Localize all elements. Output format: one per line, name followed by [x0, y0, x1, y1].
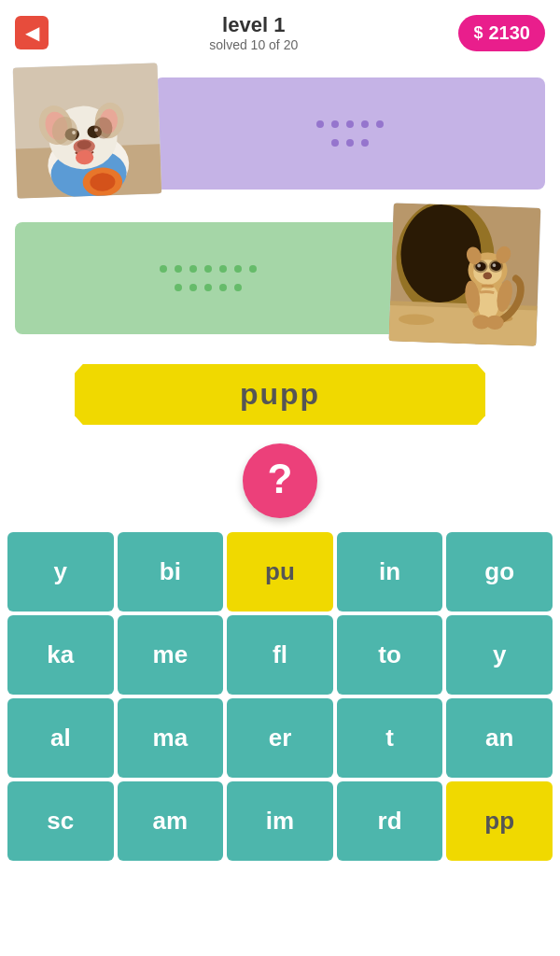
dots-row-1	[316, 120, 384, 128]
dot	[316, 120, 324, 128]
dot	[189, 265, 197, 273]
letter-cell[interactable]: rd	[337, 781, 443, 861]
letter-cell-label: y	[54, 557, 67, 586]
dots-row-2	[331, 139, 369, 147]
letter-cell[interactable]: pp	[446, 781, 553, 861]
dot	[204, 265, 212, 273]
letter-cell-label: am	[153, 807, 189, 836]
dot	[346, 120, 354, 128]
letter-cell[interactable]: y	[7, 532, 114, 612]
score-badge: $ 2130	[458, 15, 545, 51]
clue-top-dots	[155, 77, 545, 190]
letter-cell[interactable]: fl	[227, 615, 333, 695]
clue-top-image-container	[15, 65, 164, 201]
letter-cell[interactable]: in	[337, 532, 443, 612]
letter-cell-label: im	[266, 807, 294, 836]
letter-cell[interactable]: er	[227, 698, 333, 778]
dot	[249, 265, 257, 273]
dot	[219, 284, 227, 291]
letter-cell[interactable]: an	[446, 698, 553, 778]
letter-cell[interactable]: im	[227, 781, 333, 861]
clue-area	[0, 65, 560, 345]
answer-banner: pupp	[75, 364, 485, 425]
letter-cell[interactable]: go	[446, 532, 553, 612]
letter-cell-label: fl	[273, 640, 287, 669]
letter-cell-label: pu	[265, 557, 295, 586]
letter-cell-label: sc	[47, 807, 74, 836]
letter-cell[interactable]: to	[337, 615, 443, 695]
dot	[175, 265, 182, 273]
level-title: level 1	[209, 13, 298, 37]
letter-cell-label: er	[269, 724, 292, 752]
dot	[331, 120, 339, 128]
question-mark-icon: ?	[268, 458, 293, 499]
letter-cell[interactable]: bi	[118, 532, 224, 612]
letter-cell-label: bi	[160, 557, 181, 586]
help-area: ?	[0, 443, 560, 518]
meerkat-image	[388, 203, 540, 345]
header-center: level 1 solved 10 of 20	[209, 13, 298, 52]
letter-cell-label: in	[379, 557, 400, 586]
dots-row-4	[175, 284, 242, 291]
dot	[234, 265, 242, 273]
letter-cell-label: an	[485, 724, 513, 752]
dot	[160, 265, 167, 273]
dot	[234, 284, 242, 291]
dot	[331, 139, 339, 147]
answer-area: pupp	[15, 364, 545, 425]
header: ◀ level 1 solved 10 of 20 $ 2130	[0, 0, 560, 65]
back-arrow-icon: ◀	[25, 23, 39, 42]
dollar-sign: $	[473, 23, 483, 43]
letter-cell[interactable]: al	[7, 698, 114, 778]
progress-subtitle: solved 10 of 20	[209, 37, 298, 52]
letter-cell[interactable]: pu	[227, 532, 333, 612]
letter-grid: ybipuingokamefltoyalmaertanscamimrdpp	[0, 532, 560, 861]
letter-cell-label: go	[484, 557, 514, 586]
answer-text: pupp	[240, 377, 320, 412]
letter-cell-label: to	[378, 640, 401, 669]
dot	[204, 284, 212, 291]
letter-cell[interactable]: am	[118, 781, 224, 861]
clue-bottom-dots	[15, 222, 400, 334]
dot	[219, 265, 227, 273]
letter-cell-label: t	[385, 724, 394, 752]
dot	[189, 284, 197, 291]
letter-cell-label: pp	[484, 807, 514, 836]
dot	[175, 284, 182, 291]
puppy-image	[13, 63, 162, 198]
help-button[interactable]: ?	[243, 443, 317, 518]
dot	[361, 139, 369, 147]
letter-cell[interactable]: ka	[7, 615, 114, 695]
letter-cell-label: al	[50, 724, 71, 752]
letter-cell-label: ka	[47, 640, 74, 669]
letter-cell[interactable]: t	[337, 698, 443, 778]
letter-cell[interactable]: ma	[118, 698, 224, 778]
back-button[interactable]: ◀	[15, 16, 49, 49]
clue-bottom	[15, 210, 545, 345]
letter-cell-label: me	[153, 640, 189, 669]
letter-cell-label: rd	[378, 807, 402, 836]
dot	[361, 120, 369, 128]
letter-cell[interactable]: me	[118, 615, 224, 695]
dot	[346, 139, 354, 147]
letter-cell[interactable]: sc	[7, 781, 114, 861]
letter-cell-label: ma	[153, 724, 189, 752]
score-value: 2130	[488, 22, 530, 44]
dots-row-3	[160, 265, 257, 273]
dot	[376, 120, 384, 128]
letter-cell-label: y	[493, 640, 506, 669]
clue-bottom-image-container	[391, 205, 545, 350]
letter-cell[interactable]: y	[446, 615, 553, 695]
clue-top	[15, 65, 545, 201]
